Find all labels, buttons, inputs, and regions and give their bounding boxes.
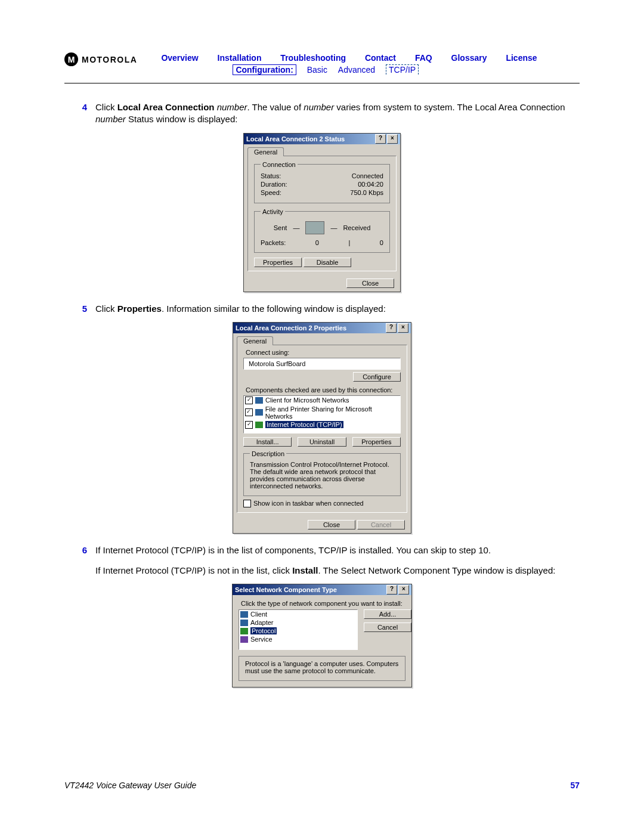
nav-installation[interactable]: Installation [218,53,262,63]
page-header: M MOTOROLA Overview Installation Trouble… [64,52,580,75]
t: Click [95,102,117,112]
close-icon[interactable]: × [387,134,398,144]
group-legend: Activity [261,208,285,215]
dialog-title: Local Area Connection 2 Status [246,135,374,143]
nav-configuration-label: Configuration: [233,64,296,75]
nav-basic[interactable]: Basic [307,65,327,75]
nav-troubleshooting[interactable]: Troubleshooting [280,53,346,63]
add-button[interactable]: Add... [364,609,411,619]
page-number: 57 [570,781,580,790]
packets-received: 0 [380,239,383,246]
checkbox-icon[interactable]: ✓ [245,421,253,429]
component-type-list[interactable]: Client Adapter Protocol Service [239,609,358,650]
cancel-button[interactable]: Cancel [364,623,411,632]
tab-general[interactable]: General [247,147,284,156]
label: Speed: [261,189,281,196]
list-item[interactable]: ✓Client for Microsoft Networks [244,396,400,405]
t: If Internet Protocol (TCP/IP) is not in … [95,565,292,575]
logo: M MOTOROLA [64,52,137,66]
status-dialog: Local Area Connection 2 Status ? × Gener… [243,133,401,292]
description-group: Protocol is a 'language' a computer uses… [239,656,405,681]
t: Properties [117,304,162,314]
item-label: Service [250,636,273,643]
step-text: Click Local Area Connection number. The … [95,101,580,126]
nav-overview[interactable]: Overview [161,53,198,63]
group-legend: Description [250,450,286,457]
t: Status window is displayed: [126,114,238,124]
list-item[interactable]: Service [239,635,357,643]
step-number: 4 [64,101,95,126]
page-footer: VT2442 Voice Gateway User Guide 57 [64,781,580,790]
close-icon[interactable]: × [398,585,409,594]
item-label: File and Printer Sharing for Microsoft N… [265,405,399,420]
header-divider [64,83,580,83]
logo-text: MOTOROLA [82,55,137,64]
t: Local Area Connection [117,102,215,112]
t: number [304,102,334,112]
close-icon[interactable]: × [398,323,408,333]
t: . The Select Network Component Type wind… [318,565,555,575]
checkbox-icon[interactable]: ✓ [245,397,253,404]
label: Status: [261,172,281,179]
protocol-icon [240,628,248,634]
tab-general[interactable]: General [237,336,273,345]
item-label: Client for Microsoft Networks [265,397,349,404]
close-button[interactable]: Close [346,278,394,288]
adapter-name: Motorola SurfBoard [249,360,305,367]
adapter-icon [240,620,248,626]
t: number [217,102,247,112]
close-button[interactable]: Close [308,520,355,529]
nav-glossary[interactable]: Glossary [451,53,487,63]
packets-label: Packets: [261,239,286,246]
dialog-title: Select Network Component Type [235,586,385,593]
step-6: 6 If Internet Protocol (TCP/IP) is in th… [64,544,580,577]
connect-using-label: Connect using: [243,349,401,356]
value: 750.0 Kbps [350,189,383,196]
disable-button[interactable]: Disable [304,258,351,267]
list-item[interactable]: Protocol [239,627,357,635]
components-hint: Components checked are used by this conn… [243,386,401,394]
item-label: Internet Protocol (TCP/IP) [265,421,343,428]
activity-group: Activity Sent — — Received Packets: 0 | … [254,208,390,253]
motorola-mark-icon: M [64,52,78,66]
show-icon-checkbox[interactable] [243,500,251,507]
list-item[interactable]: ✓Internet Protocol (TCP/IP) [244,420,400,429]
label: Duration: [261,181,287,188]
cancel-button: Cancel [357,520,405,529]
help-icon[interactable]: ? [386,585,397,594]
sent-label: Sent [274,224,287,231]
nav-advanced[interactable]: Advanced [338,65,375,75]
uninstall-button[interactable]: Uninstall [298,437,346,447]
t: varies from system to system. The Local … [334,102,565,112]
packets-sent: 0 [315,239,319,246]
list-item[interactable]: Client [239,610,357,618]
select-component-dialog: Select Network Component Type ? × Click … [232,584,412,688]
t: Click [95,304,117,314]
list-item[interactable]: ✓File and Printer Sharing for Microsoft … [244,405,400,420]
description-text: Transmission Control Protocol/Internet P… [250,461,394,490]
step-number: 6 [64,544,95,577]
nav-tcpip[interactable]: TCP/IP [386,64,419,75]
help-icon[interactable]: ? [386,323,397,333]
install-button[interactable]: Install... [243,437,292,447]
top-nav: Overview Installation Troubleshooting Co… [137,52,580,75]
nav-license[interactable]: License [506,53,537,63]
t: . Information similar to the following w… [162,304,386,314]
checkbox-icon[interactable]: ✓ [245,408,253,416]
component-properties-button[interactable]: Properties [352,437,401,447]
components-list[interactable]: ✓Client for Microsoft Networks ✓File and… [243,395,401,433]
nav-contact[interactable]: Contact [365,53,396,63]
dialog-title: Local Area Connection 2 Properties [236,324,385,332]
configure-button[interactable]: Configure [353,372,401,382]
help-icon[interactable]: ? [375,134,386,144]
component-icon [255,422,263,428]
item-label: Client [250,611,267,618]
service-icon [240,636,248,643]
list-item[interactable]: Adapter [239,618,357,627]
properties-button[interactable]: Properties [254,258,302,267]
nav-faq[interactable]: FAQ [415,53,432,63]
t: Install [292,565,318,575]
show-icon-label: Show icon in taskbar when connected [253,500,364,507]
description-group: Description Transmission Control Protoco… [243,450,401,496]
connection-group: Connection Status:Connected Duration:00:… [254,161,390,203]
